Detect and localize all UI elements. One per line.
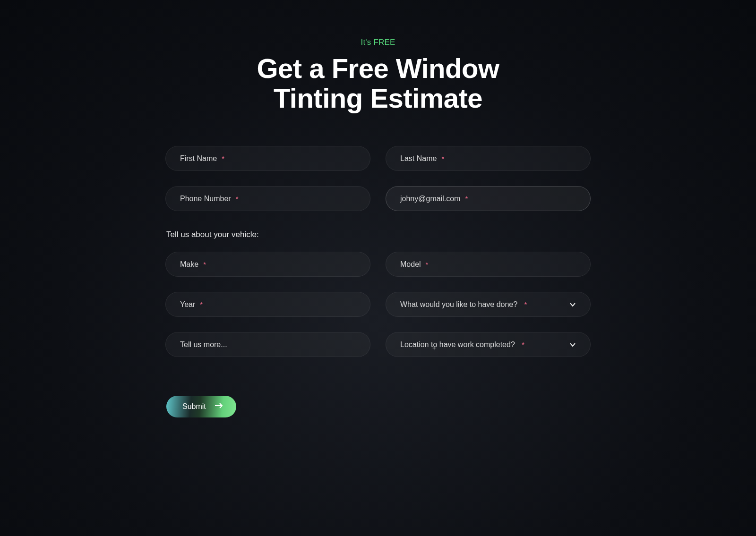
- phone-placeholder: Phone Number: [180, 195, 231, 203]
- submit-button[interactable]: Submit: [166, 396, 236, 417]
- required-marker: *: [426, 260, 429, 268]
- email-placeholder: johny@gmail.com: [400, 195, 460, 203]
- required-marker: *: [465, 195, 468, 203]
- last-name-placeholder: Last Name: [400, 154, 437, 163]
- page-headline: Get a Free Window Tinting Estimate: [213, 54, 543, 113]
- chevron-down-icon: [569, 301, 576, 308]
- service-select[interactable]: What would you like to have done? *: [386, 292, 591, 317]
- eyebrow-text: It's FREE: [361, 38, 395, 47]
- chevron-down-icon: [569, 341, 576, 348]
- arrow-right-icon: [215, 402, 223, 411]
- location-select[interactable]: Location to have work completed? *: [386, 332, 591, 357]
- last-name-field[interactable]: Last Name *: [386, 146, 591, 171]
- make-field[interactable]: Make *: [165, 252, 370, 277]
- required-marker: *: [522, 340, 524, 349]
- notes-placeholder: Tell us more...: [180, 340, 227, 349]
- make-placeholder: Make: [180, 260, 198, 269]
- model-placeholder: Model: [400, 260, 421, 269]
- service-placeholder: What would you like to have done?: [400, 300, 517, 308]
- year-field[interactable]: Year *: [165, 292, 370, 317]
- location-placeholder: Location to have work completed?: [400, 340, 515, 349]
- required-marker: *: [200, 300, 203, 308]
- email-field[interactable]: johny@gmail.com *: [386, 186, 591, 211]
- notes-field[interactable]: Tell us more...: [165, 332, 370, 357]
- first-name-field[interactable]: First Name *: [165, 146, 370, 171]
- required-marker: *: [236, 195, 239, 203]
- required-marker: *: [524, 300, 527, 308]
- phone-field[interactable]: Phone Number *: [165, 186, 370, 211]
- year-placeholder: Year: [180, 300, 195, 309]
- required-marker: *: [203, 260, 206, 268]
- first-name-placeholder: First Name: [180, 154, 217, 163]
- required-marker: *: [441, 154, 444, 162]
- estimate-form: First Name * Last Name * Phone Number * …: [165, 146, 591, 417]
- required-marker: *: [222, 154, 224, 162]
- model-field[interactable]: Model *: [386, 252, 591, 277]
- vehicle-section-label: Tell us about your vehicle:: [165, 230, 591, 239]
- submit-label: Submit: [182, 402, 206, 411]
